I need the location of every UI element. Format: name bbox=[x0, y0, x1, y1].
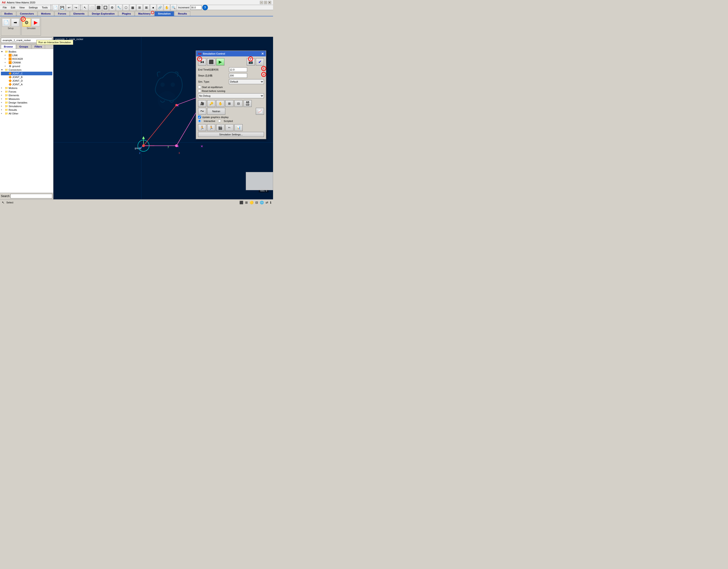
tree-joint-a[interactable]: 🔶 JOINT_A bbox=[1, 83, 52, 86]
sim-radio-scripted[interactable] bbox=[218, 119, 221, 122]
sim-steps-input[interactable] bbox=[229, 73, 247, 78]
statusbar-icon4[interactable]: ⊟ bbox=[255, 201, 258, 204]
tree-ground[interactable]: + ⚙ ground bbox=[1, 64, 52, 68]
sim-icon-grid1[interactable]: ⊞ bbox=[225, 100, 233, 107]
sim-debug-select[interactable]: No Debug Debug Level 1 Debug Level 2 bbox=[198, 93, 264, 98]
menu-settings[interactable]: Settings bbox=[27, 6, 40, 9]
sim-graphics-check[interactable] bbox=[198, 116, 201, 118]
tree-joint-b[interactable]: 🔶 JOINT_B bbox=[1, 75, 52, 79]
canvas-area[interactable]: example_1_crank_rocker y x z gravity bbox=[53, 37, 273, 199]
expand-measures[interactable]: + bbox=[1, 98, 5, 100]
menu-view[interactable]: View bbox=[18, 6, 27, 9]
expand-ground[interactable]: + bbox=[5, 65, 8, 67]
ribbon-import-btn[interactable]: ➡ bbox=[11, 18, 19, 27]
sim-type-select[interactable]: Default Kinematic Dynamic Static bbox=[229, 79, 264, 84]
tree-connectors[interactable]: ▼ 📁 Connectors bbox=[1, 68, 52, 72]
search-input[interactable] bbox=[10, 194, 52, 198]
expand-all-other[interactable]: + bbox=[1, 112, 5, 115]
expand-simulations[interactable]: + bbox=[1, 105, 5, 107]
tab-elements[interactable]: Elements bbox=[70, 11, 88, 16]
tree-joint-c[interactable]: 🔶 JOINT_C bbox=[1, 72, 52, 75]
sim-equilibrium-check[interactable] bbox=[198, 85, 201, 88]
expand-connectors[interactable]: ▼ bbox=[1, 69, 5, 71]
sim-icon-nastran[interactable]: 〜 bbox=[198, 108, 206, 115]
tb-measure[interactable]: ⊞ bbox=[136, 4, 143, 11]
statusbar-icon7[interactable]: ℹ bbox=[270, 201, 271, 204]
tb-hand[interactable]: ✋ bbox=[164, 4, 170, 11]
tb-translate[interactable]: ⬛ bbox=[95, 4, 102, 11]
expand-motions[interactable]: + bbox=[1, 87, 5, 89]
tb-zoom[interactable]: 🔲 bbox=[102, 4, 109, 11]
sim-endtime-input[interactable] bbox=[229, 67, 247, 72]
ribbon-sim-settings-btn[interactable]: ⚙ bbox=[23, 18, 31, 27]
tree-simulations[interactable]: + 📁 Simulations bbox=[1, 104, 52, 108]
close-btn[interactable]: ✕ bbox=[268, 1, 271, 4]
tab-plugins[interactable]: Plugins bbox=[118, 11, 134, 16]
sim-icon-chart2[interactable]: 📊 bbox=[234, 124, 243, 131]
tree-all-other[interactable]: + 📁 All Other bbox=[1, 112, 52, 115]
tab-simulation[interactable]: Simulation bbox=[154, 11, 174, 16]
expand-link[interactable]: + bbox=[5, 54, 8, 56]
tab-motions[interactable]: Motions bbox=[38, 11, 54, 16]
sim-stop-btn[interactable]: ⬛ bbox=[207, 58, 215, 65]
menu-tools[interactable]: Tools bbox=[40, 6, 50, 9]
expand-rocker[interactable]: + bbox=[5, 58, 8, 60]
tree-rocker[interactable]: + 🟧 ROCKER bbox=[1, 57, 52, 61]
increment-input[interactable] bbox=[190, 5, 202, 10]
tb-zoom2[interactable]: 🔍 bbox=[171, 4, 177, 11]
tb-sim[interactable]: ⊠ bbox=[143, 4, 150, 11]
sim-icon-run2[interactable]: 🏃 bbox=[207, 124, 215, 131]
tab-connectors[interactable]: Connectors bbox=[17, 11, 37, 16]
sim-icon-text[interactable]: ABCD bbox=[244, 100, 252, 107]
expand-elements[interactable]: + bbox=[1, 94, 5, 96]
tb-joint[interactable]: 🔧 bbox=[116, 4, 122, 11]
tree-elements[interactable]: + 📁 Elements bbox=[1, 93, 52, 97]
statusbar-icon5[interactable]: 🌐 bbox=[260, 201, 264, 204]
tb-help[interactable]: ? bbox=[202, 5, 208, 10]
tree-forces[interactable]: + 📁 Forces bbox=[1, 90, 52, 93]
tree-results[interactable]: + 📁 Results bbox=[1, 108, 52, 112]
sim-icon-grid2[interactable]: ⊟ bbox=[234, 100, 243, 107]
sim-icon-camera2[interactable]: 🎥 bbox=[198, 100, 206, 107]
tree-measures[interactable]: + 📁 Measures bbox=[1, 97, 52, 101]
sim-camera-btn[interactable]: 📷 bbox=[247, 58, 255, 65]
expand-crank[interactable]: + bbox=[5, 61, 8, 64]
tab-results[interactable]: Results bbox=[175, 11, 191, 16]
minimize-btn[interactable]: ─ bbox=[260, 1, 263, 4]
sim-icon-run1[interactable]: 🏃 bbox=[198, 124, 206, 131]
model-select[interactable]: .example_1_crank_rocker bbox=[1, 38, 52, 43]
sim-icon-key[interactable]: 🔑 bbox=[207, 100, 215, 107]
tab-design-exploration[interactable]: Design Exploration bbox=[88, 11, 118, 16]
tb-motion[interactable]: ⬡ bbox=[123, 4, 129, 11]
sim-icon-points[interactable]: +- bbox=[225, 124, 233, 131]
expand-bodies[interactable]: ▼ bbox=[1, 50, 5, 53]
ribbon-sim-run-btn[interactable]: ▶ bbox=[32, 18, 40, 27]
tb-circle[interactable]: ● bbox=[150, 4, 156, 11]
sim-settings-button[interactable]: Simulation Settings... bbox=[198, 132, 264, 137]
tb-new[interactable]: 📄 bbox=[52, 4, 59, 11]
tab-forces[interactable]: Forces bbox=[55, 11, 70, 16]
tb-undo[interactable]: ↩ bbox=[66, 4, 72, 11]
browser-tab-filters[interactable]: Filters bbox=[32, 44, 45, 49]
sim-close-btn[interactable]: ✕ bbox=[261, 52, 264, 55]
tb-select[interactable]: ↖ bbox=[82, 4, 88, 11]
sim-radio-interactive[interactable] bbox=[198, 119, 201, 122]
statusbar-icon6[interactable]: ⇄ bbox=[266, 201, 268, 204]
tree-bodies[interactable]: ▼ 📁 Bodies bbox=[1, 50, 52, 53]
tb-connect[interactable]: 🔗 bbox=[157, 4, 163, 11]
tb-force[interactable]: ▦ bbox=[130, 4, 136, 11]
tab-machinery[interactable]: Machinery bbox=[135, 11, 154, 16]
sim-reset-check[interactable] bbox=[198, 89, 201, 92]
tb-save[interactable]: 💾 bbox=[59, 4, 65, 11]
sim-nastran-label-btn[interactable]: Nastran bbox=[207, 108, 225, 115]
expand-results[interactable]: + bbox=[1, 109, 5, 111]
sim-check-btn[interactable]: ✔ bbox=[256, 58, 264, 65]
maximize-btn[interactable]: □ bbox=[264, 1, 267, 4]
expand-design-vars[interactable]: + bbox=[1, 101, 5, 104]
sim-rewind-btn[interactable]: ⏮ bbox=[198, 58, 206, 65]
statusbar-icon1[interactable]: ⬛ bbox=[239, 201, 243, 204]
tree-design-vars[interactable]: + 📁 Design Variables bbox=[1, 101, 52, 104]
tb-rotate3d[interactable]: ⬜ bbox=[89, 4, 95, 11]
statusbar-icon2[interactable]: ⊞ bbox=[245, 201, 248, 204]
sim-icon-film[interactable]: 🎬 bbox=[216, 124, 224, 131]
